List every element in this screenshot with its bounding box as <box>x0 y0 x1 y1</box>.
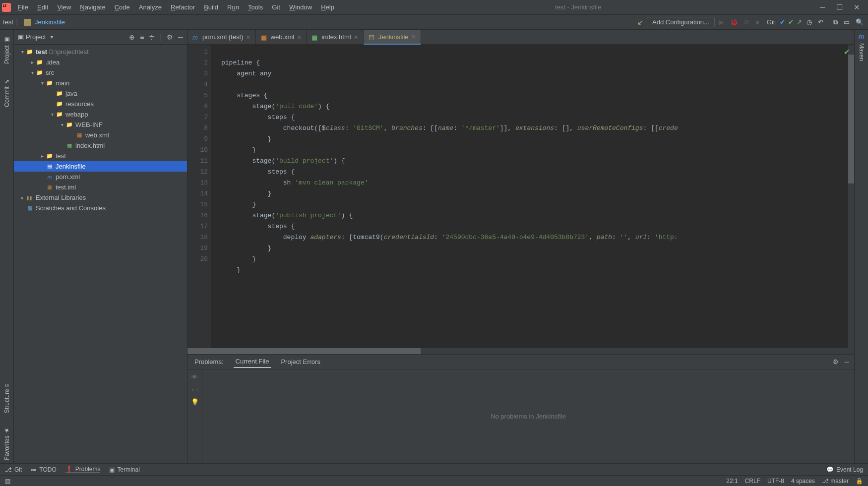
tree-java[interactable]: 📁java <box>14 88 187 99</box>
problems-hide-icon[interactable]: ─ <box>845 358 849 365</box>
tab-pom[interactable]: mpom.xml (test)× <box>187 30 256 44</box>
git-update-icon[interactable]: ✔ <box>780 18 785 26</box>
maven-tool-tab[interactable]: Maven <box>857 40 866 64</box>
rollback-icon[interactable]: ↶ <box>816 18 825 26</box>
close-tab-icon[interactable]: × <box>246 33 250 41</box>
run-icon[interactable]: ▶ <box>718 18 726 26</box>
git-commit-icon[interactable]: ✔ <box>788 18 794 26</box>
tree-webinf[interactable]: ▾📁WEB-INF <box>14 120 187 130</box>
tree-webapp[interactable]: ▾📁webapp <box>14 109 187 120</box>
close-tab-icon[interactable]: × <box>412 33 416 41</box>
expand-icon[interactable]: ▭ <box>192 386 198 393</box>
inspections-ok-icon[interactable]: ✔ <box>844 48 850 57</box>
tree-src[interactable]: ▾📁src <box>14 67 187 78</box>
menu-help[interactable]: Help <box>317 1 338 13</box>
main-menu: File Edit View Navigate Code Analyze Ref… <box>14 1 338 13</box>
collapse-all-icon[interactable]: ≑ <box>149 33 155 41</box>
tree-iml[interactable]: ▦test.iml <box>14 182 187 192</box>
code-editor[interactable]: pipeline { agent any stages { stage('pul… <box>211 45 848 348</box>
problems-current-file-tab[interactable]: Current File <box>234 356 271 368</box>
tree-jenkinsfile[interactable]: ▤Jenkinsfile <box>14 161 187 172</box>
status-left-icon[interactable]: ▥ <box>5 478 10 485</box>
status-lock-icon[interactable]: 🔒 <box>856 478 863 485</box>
menu-build[interactable]: Build <box>200 1 222 13</box>
menu-file[interactable]: File <box>14 1 32 13</box>
bottom-problems[interactable]: ❗ Problems <box>65 466 101 473</box>
tree-pom[interactable]: mpom.xml <box>14 172 187 182</box>
tree-external[interactable]: ▸⫿⫿External Libraries <box>14 192 187 203</box>
close-tab-icon[interactable]: × <box>354 33 358 41</box>
project-view-dropdown[interactable]: ▾ <box>51 34 53 40</box>
menu-git[interactable]: Git <box>268 1 284 13</box>
editor-body[interactable]: 1234567891011121314151617181920 pipeline… <box>187 45 854 348</box>
menu-navigate[interactable]: Navigate <box>76 1 109 13</box>
menu-edit[interactable]: Edit <box>33 1 52 13</box>
status-encoding[interactable]: UTF-8 <box>767 478 784 485</box>
vertical-scrollbar[interactable] <box>848 45 854 348</box>
status-indent[interactable]: 4 spaces <box>791 478 815 485</box>
html-icon: ▦ <box>311 34 318 41</box>
tree-scratches[interactable]: ▧Scratches and Consoles <box>14 203 187 213</box>
tree-indexhtml[interactable]: ▦index.html <box>14 140 187 151</box>
bulb-icon[interactable]: 💡 <box>191 398 199 406</box>
bottom-todo[interactable]: ≔ TODO <box>31 466 56 473</box>
main-area: Project ▣ Commit ✔ Structure ≡ Favorites… <box>0 30 868 463</box>
history-icon[interactable]: ◷ <box>805 18 813 26</box>
debug-icon[interactable]: 🐞 <box>729 18 740 26</box>
status-caret-pos[interactable]: 22:1 <box>726 478 738 485</box>
git-push-icon[interactable]: ↗ <box>797 18 802 26</box>
bottom-toolbar: ⎇ Git ≔ TODO ❗ Problems ▣ Terminal 💬 Eve… <box>0 463 868 475</box>
menu-tools[interactable]: Tools <box>244 1 267 13</box>
tree-root[interactable]: ▾📁test D:\project\test <box>14 47 187 57</box>
tab-index[interactable]: ▦index.html× <box>307 30 363 44</box>
maximize-button[interactable]: ☐ <box>834 2 845 13</box>
expand-all-icon[interactable]: ≡ <box>140 33 144 41</box>
breadcrumb-current[interactable]: Jenkinsfile <box>35 18 65 26</box>
open-in-icon[interactable]: ⧉ <box>832 18 839 26</box>
tree-testfolder[interactable]: ▸📁test <box>14 151 187 161</box>
menu-window[interactable]: Window <box>285 1 316 13</box>
minimize-button[interactable]: ─ <box>818 2 827 12</box>
close-button[interactable]: ✕ <box>852 2 862 13</box>
hide-panel-icon[interactable]: ─ <box>178 33 183 41</box>
toolbar: test 〉 Jenkinsfile ↙ Add Configuration..… <box>0 15 868 30</box>
maven-tool-icon[interactable]: m <box>859 33 865 40</box>
problems-settings-icon[interactable]: ⚙ <box>833 358 839 365</box>
bottom-git[interactable]: ⎇ Git <box>5 466 22 473</box>
menu-run[interactable]: Run <box>223 1 243 13</box>
tree-resources[interactable]: 📁resources <box>14 99 187 109</box>
project-header-title[interactable]: Project <box>26 33 46 41</box>
tool-structure-tab[interactable]: Structure ≡ <box>2 381 11 416</box>
stop-icon[interactable]: ■ <box>754 18 761 26</box>
project-tree[interactable]: ▾📁test D:\project\test ▸📁.idea ▾📁src ▾📁m… <box>14 45 187 463</box>
problems-project-errors-tab[interactable]: Project Errors <box>279 356 322 367</box>
ide-settings-icon[interactable]: ▭ <box>842 18 851 26</box>
preview-icon[interactable]: 👁 <box>191 373 198 381</box>
search-everywhere-icon[interactable]: 🔍 <box>854 18 865 26</box>
menu-code[interactable]: Code <box>111 1 134 13</box>
bottom-terminal[interactable]: ▣ Terminal <box>109 466 139 473</box>
build-icon[interactable]: ↙ <box>637 18 644 27</box>
close-tab-icon[interactable]: × <box>297 33 301 41</box>
tool-commit-tab[interactable]: Commit ✔ <box>2 75 11 110</box>
tab-web[interactable]: ▦web.xml× <box>256 30 307 44</box>
tree-webxml[interactable]: ▦web.xml <box>14 130 187 140</box>
tree-idea[interactable]: ▸📁.idea <box>14 57 187 67</box>
run-config-dropdown[interactable]: Add Configuration... <box>647 17 715 27</box>
menu-view[interactable]: View <box>53 1 75 13</box>
tool-favorites-tab[interactable]: Favorites ★ <box>2 424 11 463</box>
status-eol[interactable]: CRLF <box>745 478 760 485</box>
breadcrumb-root[interactable]: test <box>3 18 13 26</box>
bottom-event-log[interactable]: 💬 Event Log <box>826 466 863 473</box>
horizontal-scrollbar[interactable] <box>187 348 854 354</box>
menu-refactor[interactable]: Refactor <box>167 1 199 13</box>
status-branch[interactable]: ⎇ master <box>822 478 849 485</box>
tree-main[interactable]: ▾📁main <box>14 78 187 88</box>
tab-jenkins[interactable]: ▤Jenkinsfile× <box>364 30 421 45</box>
right-tool-gutter: m Maven <box>854 30 868 463</box>
locate-icon[interactable]: ⊕ <box>129 33 135 41</box>
settings-icon[interactable]: ⚙ <box>167 33 173 41</box>
tool-project-tab[interactable]: Project ▣ <box>2 34 11 67</box>
menu-analyze[interactable]: Analyze <box>135 1 166 13</box>
coverage-icon[interactable]: ⟳ <box>743 18 751 26</box>
